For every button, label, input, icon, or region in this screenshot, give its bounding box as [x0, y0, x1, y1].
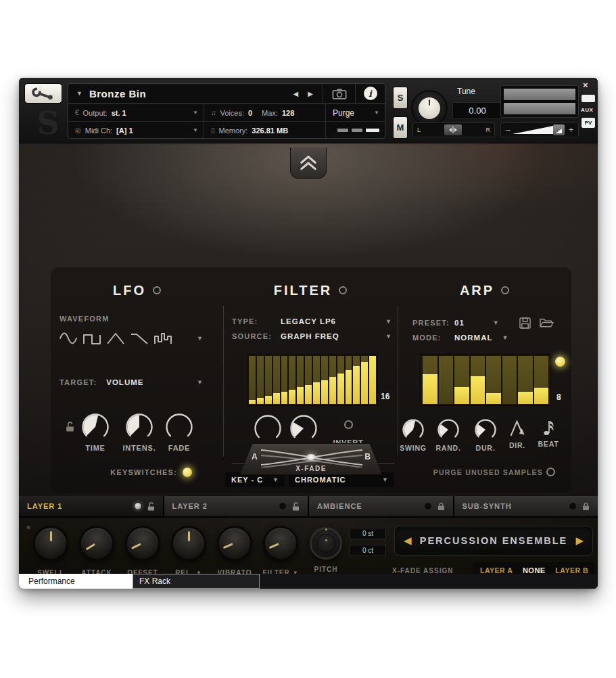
minimize-button[interactable] — [582, 95, 595, 102]
purge-bar — [352, 129, 362, 132]
layer-2-led[interactable] — [279, 502, 287, 510]
pan-handle[interactable] — [444, 125, 462, 135]
output-select[interactable]: € Output: st. 1 ▼ — [68, 104, 204, 121]
filter-type-value: LEGACY LP6 — [281, 317, 336, 325]
target-label: TARGET: — [60, 378, 97, 386]
lfo-title: LFO — [113, 283, 146, 298]
arp-graph-led[interactable] — [555, 357, 565, 367]
tab-layer-1[interactable]: LAYER 1 — [19, 496, 163, 516]
filter-source-select[interactable]: SOURCE: GRAPH FREQ ▼ — [232, 330, 392, 343]
arp-preset-value[interactable]: 01 — [454, 319, 465, 327]
sub-synth-lock-icon[interactable] — [582, 502, 590, 511]
vibrato-knob[interactable] — [217, 526, 252, 561]
waveform-selector[interactable]: ▼ — [60, 327, 203, 350]
arp-direction-icon[interactable] — [509, 419, 526, 437]
attack-knob[interactable] — [79, 526, 114, 561]
xfade-crossfader[interactable]: A B X-FADE — [240, 443, 382, 475]
tab-ambience[interactable]: AMBIENCE — [309, 496, 453, 516]
output-value: st. 1 — [112, 109, 126, 117]
offset-knob-group: OFFSET — [120, 526, 166, 577]
info-button[interactable]: i — [355, 84, 385, 103]
waveform-square-icon[interactable] — [83, 331, 101, 346]
lfo-time-knob[interactable] — [80, 412, 110, 442]
tune-knob[interactable] — [411, 90, 448, 127]
snapshot-camera-button[interactable] — [323, 84, 355, 103]
ambience-lock-icon[interactable] — [437, 502, 445, 511]
preset-next-icon[interactable]: ▶ — [575, 535, 584, 547]
midi-channel-select[interactable]: ◎ Midi Ch: [A] 1 ▼ — [68, 121, 204, 139]
volume-minus[interactable]: – — [506, 125, 511, 135]
pitch-semitone-readout[interactable]: 0 st — [350, 528, 386, 539]
release-knob[interactable] — [171, 526, 206, 561]
aux-button[interactable]: AUX — [581, 107, 593, 113]
arp-duration-knob[interactable] — [473, 417, 498, 442]
arp-beat-note-icon[interactable] — [543, 418, 554, 436]
tune-value[interactable]: 0.00 — [452, 102, 502, 119]
arp-swing-knob-group: SWING — [396, 417, 430, 452]
purge-menu[interactable]: Purge ▼ — [325, 104, 385, 121]
waveform-random-icon[interactable] — [154, 331, 172, 346]
preset-prev-icon[interactable]: ◀ — [404, 535, 412, 547]
sub-synth-led[interactable] — [569, 502, 577, 510]
solo-button[interactable]: S — [393, 87, 408, 109]
collapse-panel-button[interactable] — [290, 148, 327, 179]
arp-step-graph[interactable] — [421, 354, 550, 406]
filter-frequency-knob[interactable] — [289, 413, 318, 443]
purge-unused-circle[interactable] — [546, 468, 555, 476]
volume-handle[interactable] — [553, 125, 565, 135]
layer-1-lock-icon[interactable] — [147, 502, 155, 511]
arp-power-led[interactable] — [501, 286, 509, 294]
layer-2-lock-icon[interactable] — [292, 502, 300, 511]
arp-preset-caret-icon[interactable]: ▼ — [493, 319, 499, 326]
filter-source-caret-icon: ▼ — [385, 333, 392, 340]
arp-swing-knob[interactable] — [401, 417, 425, 442]
xfade-handle[interactable] — [306, 454, 316, 460]
keyswitches-led[interactable] — [183, 468, 192, 477]
lfo-fade-knob[interactable] — [164, 412, 194, 442]
arp-random-knob[interactable] — [436, 417, 460, 442]
next-instrument-button[interactable]: ▶ — [308, 90, 313, 97]
tab-performance[interactable]: Performance — [19, 574, 133, 589]
layer-1-led[interactable] — [134, 502, 142, 510]
voices-value: 0 — [248, 109, 252, 117]
filter-amount-knob[interactable] — [263, 526, 298, 561]
waveform-ramp-icon[interactable] — [131, 331, 148, 346]
volume-slider[interactable]: – + — [500, 122, 579, 137]
keyswitches-toggle[interactable]: KEYSWITCHES: — [51, 468, 223, 477]
edit-wrench-button[interactable] — [24, 83, 62, 104]
close-icon[interactable]: × — [583, 80, 588, 90]
release-knob-group: REL.▼ — [166, 526, 212, 577]
swell-knob[interactable] — [33, 526, 68, 561]
filter-type-select[interactable]: TYPE: LEGACY LP6 ▼ — [232, 315, 392, 328]
lfo-intensity-knob-group: INTENS. — [118, 412, 161, 452]
filter-invert-button[interactable] — [344, 420, 353, 429]
preset-name: PERCUSSION ENSEMBLE — [412, 535, 576, 546]
mute-button[interactable]: M — [393, 116, 408, 139]
pitch-cent-readout[interactable]: 0 ct — [350, 545, 386, 556]
tab-fx-rack[interactable]: FX Rack — [133, 574, 260, 589]
waveform-caret-icon[interactable]: ▼ — [197, 335, 203, 342]
ambience-led[interactable] — [424, 502, 432, 510]
pv-button[interactable]: PV — [582, 118, 595, 128]
instrument-menu-caret-icon[interactable]: ▼ — [76, 90, 82, 97]
pan-slider[interactable]: L R — [412, 122, 495, 137]
purge-unused-label: PURGE UNUSED SAMPLES — [433, 468, 543, 476]
lfo-power-led[interactable] — [153, 286, 161, 294]
arp-mode-select[interactable]: MODE: NORMAL ▼ — [412, 331, 569, 344]
lfo-intensity-knob[interactable] — [124, 412, 154, 442]
waveform-triangle-icon[interactable] — [107, 331, 124, 346]
volume-plus[interactable]: + — [569, 125, 573, 135]
load-preset-folder-icon[interactable] — [540, 317, 554, 328]
filter-power-led[interactable] — [339, 286, 347, 294]
prev-instrument-button[interactable]: ◀ — [293, 90, 299, 97]
tab-sub-synth[interactable]: SUB-SYNTH — [454, 496, 598, 516]
filter-step-graph[interactable] — [247, 354, 378, 406]
filter-resonance-knob[interactable] — [253, 413, 283, 443]
purge-unused-samples-button[interactable]: PURGE UNUSED SAMPLES — [398, 468, 571, 476]
lfo-target-select[interactable]: TARGET: VOLUME ▼ — [60, 376, 203, 389]
save-preset-icon[interactable] — [519, 317, 531, 329]
pitch-knob[interactable] — [310, 527, 342, 560]
tab-layer-2[interactable]: LAYER 2 — [164, 496, 308, 516]
offset-knob[interactable] — [125, 526, 160, 561]
waveform-sine-icon[interactable] — [60, 331, 77, 346]
